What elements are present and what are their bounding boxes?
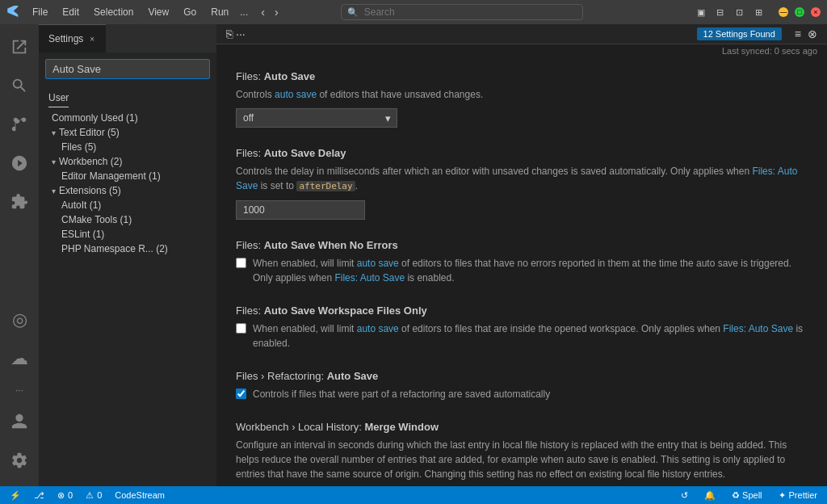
sidebar: Settings × User Commonly Used (1) ▾ Text… (39, 24, 216, 486)
titlebar-search-icon: 🔍 (347, 7, 359, 18)
activity-codestream-icon[interactable]: ☁ (0, 339, 39, 378)
activity-source-control-icon[interactable] (0, 105, 39, 144)
setting-block-auto-save-workspace: Files: Auto Save Workspace Files Only Wh… (236, 304, 808, 351)
activity-remote-icon[interactable]: ◎ (0, 300, 39, 339)
close-button[interactable]: × (811, 7, 821, 17)
tree-item-php-namespace[interactable]: PHP Namespace R... (2) (39, 242, 216, 256)
menu-selection[interactable]: Selection (87, 5, 140, 19)
activity-bar: ◎ ☁ ··· (0, 24, 39, 486)
tree-item-label: Workbench (2) (59, 156, 122, 167)
notifications-item[interactable]: 🔔 (701, 486, 719, 504)
sync-icon-item[interactable]: ↺ (678, 486, 691, 504)
settings-search-input[interactable] (45, 59, 210, 79)
refactoring-auto-save-checkbox[interactable] (236, 388, 246, 399)
content-area: ⎘ ··· 12 Settings Found ≡ ⊗ Last synced:… (216, 24, 827, 486)
activity-more-button[interactable]: ··· (9, 378, 30, 402)
tree-item-files[interactable]: Files (5) (39, 140, 216, 154)
activity-settings-icon[interactable] (0, 441, 39, 480)
setting-block-merge-window: Workbench › Local History: Merge Window … (236, 421, 808, 487)
menu-file[interactable]: File (26, 5, 54, 19)
menu-go[interactable]: Go (177, 5, 203, 19)
auto-save-link[interactable]: auto save (275, 89, 317, 100)
auto-save-link-2[interactable]: auto save (357, 258, 399, 269)
toolbar-icons: ⎘ ··· (226, 27, 246, 40)
titlebar-search-input[interactable] (341, 4, 583, 20)
nav-forward-button[interactable]: › (271, 4, 282, 20)
files-auto-save-link-3[interactable]: Files: Auto Save (723, 323, 793, 334)
tree-item-label: Text Editor (5) (59, 127, 120, 138)
settings-tab-close[interactable]: × (88, 34, 96, 44)
settings-header-right: 12 Settings Found ≡ ⊗ (697, 27, 817, 40)
git-branch-item[interactable]: ⎇ (31, 486, 48, 504)
setting-desc-auto-save-delay: Controls the delay in milliseconds after… (236, 164, 808, 194)
tree-item-eslint[interactable]: ESLint (1) (39, 227, 216, 242)
settings-options-icon[interactable]: ··· (236, 27, 246, 40)
maximize-button[interactable]: □ (795, 7, 804, 17)
refactoring-auto-save-label: Controls if files that were part of a re… (253, 387, 550, 401)
tree-item-editor-management[interactable]: Editor Management (1) (39, 169, 216, 183)
auto-save-link-3[interactable]: auto save (357, 323, 399, 334)
activity-search-icon[interactable] (0, 66, 39, 105)
user-tab-item[interactable]: User (48, 89, 69, 107)
nav-back-button[interactable]: ‹ (258, 4, 268, 20)
auto-save-delay-input[interactable] (236, 200, 365, 220)
errors-item[interactable]: ⊗ 0 (54, 486, 76, 504)
setting-title-auto-save-workspace: Files: Auto Save Workspace Files Only (236, 304, 808, 317)
warnings-item[interactable]: ⚠ 0 (82, 486, 105, 504)
chevron-down-icon: ▾ (52, 128, 56, 137)
status-bar-right: ↺ 🔔 ♻ Spell ✦ Prettier (678, 486, 821, 504)
status-bar: ⚡ ⎇ ⊗ 0 ⚠ 0 CodeStream ↺ 🔔 ♻ Spell ✦ Pre… (0, 486, 827, 504)
activity-explorer-icon[interactable] (0, 27, 39, 66)
setting-title-auto-save-delay: Files: Auto Save Delay (236, 147, 808, 159)
spell-item[interactable]: ♻ Spell (728, 486, 766, 504)
tree-item-commonly-used[interactable]: Commonly Used (1) (39, 111, 216, 125)
chevron-down-icon: ▾ (52, 187, 56, 195)
tree-item-workbench[interactable]: ▾ Workbench (2) (39, 154, 216, 169)
main-layout: ◎ ☁ ··· Settings × User (0, 24, 827, 486)
prettier-label: Prettier (789, 490, 817, 500)
panel-icon[interactable]: ⊡ (733, 6, 746, 19)
menu-bar: File Edit Selection View Go Run ... (26, 5, 251, 19)
auto-save-workspace-checkbox[interactable] (236, 323, 246, 334)
settings-tab[interactable]: Settings × (39, 24, 106, 52)
files-auto-save-link-2[interactable]: Files: Auto Save (334, 272, 405, 284)
activity-debug-icon[interactable] (0, 144, 39, 183)
sync-icon: ↺ (681, 490, 688, 501)
settings-header-left: ⎘ ··· (226, 27, 246, 40)
minimize-button[interactable]: — (779, 7, 788, 17)
menu-view[interactable]: View (141, 5, 175, 19)
tree-item-autoit[interactable]: AutoIt (1) (39, 198, 216, 212)
remote-status-item[interactable]: ⚡ (6, 486, 24, 504)
settings-tree: Commonly Used (1) ▾ Text Editor (5) File… (39, 107, 216, 486)
customize-layout-icon[interactable]: ⊞ (753, 6, 766, 19)
auto-save-select[interactable]: off afterDelay onFocusChange onWindowCha… (236, 108, 397, 128)
clear-filter-icon[interactable]: ⊗ (808, 27, 817, 40)
refactoring-auto-save-row: Controls if files that were part of a re… (236, 387, 808, 401)
prettier-item[interactable]: ✦ Prettier (775, 486, 821, 504)
prettier-icon: ✦ (779, 490, 786, 501)
open-settings-icon[interactable]: ⎘ (226, 27, 233, 40)
tree-item-text-editor[interactable]: ▾ Text Editor (5) (39, 125, 216, 140)
codestream-label: CodeStream (115, 490, 165, 500)
setting-block-auto-save-no-errors: Files: Auto Save When No Errors When ena… (236, 239, 808, 285)
activity-extensions-icon[interactable] (0, 183, 39, 221)
codestream-status-item[interactable]: CodeStream (111, 486, 168, 504)
menu-run[interactable]: Run (204, 5, 235, 19)
layout-icon[interactable]: ⊟ (714, 6, 727, 19)
warnings-count: 0 (97, 490, 102, 500)
menu-more[interactable]: ... (237, 5, 251, 19)
settings-found-badge: 12 Settings Found (697, 27, 782, 40)
tree-item-label: Extensions (5) (59, 185, 121, 196)
titlebar: File Edit Selection View Go Run ... ‹ › … (0, 0, 827, 24)
filter-icon[interactable]: ≡ (795, 27, 801, 40)
sidebar-toggle-icon[interactable]: ▣ (695, 6, 707, 19)
activity-accounts-icon[interactable] (0, 402, 39, 441)
menu-edit[interactable]: Edit (56, 5, 86, 19)
auto-save-no-errors-checkbox[interactable] (236, 258, 246, 268)
tree-item-extensions[interactable]: ▾ Extensions (5) (39, 183, 216, 198)
setting-block-refactoring-auto-save: Files › Refactoring: Auto Save Controls … (236, 370, 808, 401)
tree-item-label: CMake Tools (1) (61, 214, 132, 225)
setting-desc-merge-window: Configure an interval in seconds during … (236, 438, 808, 481)
tab-bar: Settings × (39, 24, 216, 52)
tree-item-cmake-tools[interactable]: CMake Tools (1) (39, 212, 216, 227)
